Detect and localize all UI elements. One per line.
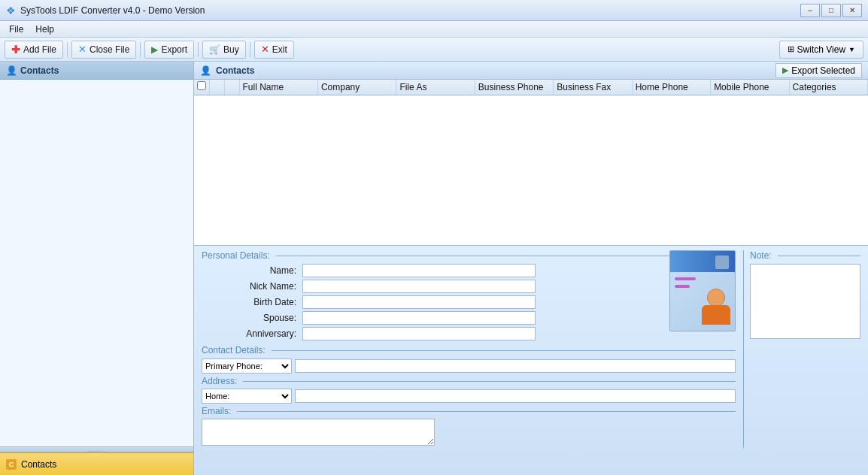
switch-view-label: Switch View <box>797 44 845 55</box>
col-mobile-phone[interactable]: Mobile Phone <box>711 80 789 95</box>
close-file-label: Close File <box>90 44 129 55</box>
buy-button[interactable]: 🛒 Buy <box>202 41 246 59</box>
sidebar-header: 👤 Contacts <box>0 62 193 80</box>
export-button[interactable]: ▶ Export <box>144 41 194 59</box>
exit-button[interactable]: ✕ Exit <box>254 41 294 59</box>
menu-file[interactable]: File <box>3 21 29 37</box>
sidebar-resize-handle[interactable]: ....... <box>0 446 193 452</box>
avatar-card-badge <box>715 256 729 269</box>
switch-view-button[interactable]: ⊞ Switch View ▼ <box>779 41 863 59</box>
sidebar-footer-icon: C <box>6 459 17 470</box>
person-figure <box>702 289 730 325</box>
avatar-card <box>669 250 736 331</box>
toolbar-separator-4 <box>250 42 250 57</box>
exit-icon: ✕ <box>261 44 269 55</box>
name-label: Name: <box>202 265 299 276</box>
buy-label: Buy <box>223 44 239 55</box>
col-checkbox[interactable] <box>194 80 209 95</box>
maximize-button[interactable]: □ <box>821 4 841 17</box>
details-panel: Personal Details: Name: Nick Name: Birth… <box>194 245 868 475</box>
toolbar: ✚ Add File ✕ Close File ▶ Export 🛒 Buy ✕… <box>0 38 868 62</box>
switch-view-icon: ⊞ <box>788 44 794 54</box>
contact-section-label: Contact Details: <box>202 345 266 355</box>
nick-name-input[interactable] <box>302 280 536 293</box>
col-icon <box>224 80 239 95</box>
note-textarea[interactable] <box>750 264 860 339</box>
phone-select[interactable]: Primary Phone: Home Phone: Business Phon… <box>202 359 292 374</box>
avatar-card-lines <box>675 277 696 288</box>
close-file-button[interactable]: ✕ Close File <box>71 41 136 59</box>
sidebar-contacts-icon: 👤 <box>6 65 17 76</box>
person-body <box>702 305 730 325</box>
main-layout: 👤 Contacts ....... C Contacts 👤 Contacts… <box>0 62 868 475</box>
address-row: Home: Business: Other: <box>202 389 736 404</box>
emails-section-label: Emails: <box>202 406 231 416</box>
emails-textarea[interactable] <box>202 419 435 446</box>
title-bar: ❖ SysTools LDIF Converter v4.0 - Demo Ve… <box>0 0 868 21</box>
add-file-icon: ✚ <box>11 44 20 56</box>
contact-section-header: Contact Details: <box>202 345 736 355</box>
table-header-row: Full Name Company File As Business Phone… <box>194 80 868 95</box>
birth-date-label: Birth Date: <box>202 297 299 307</box>
minimize-button[interactable]: – <box>800 4 820 17</box>
avatar-line-1 <box>675 277 696 280</box>
contacts-header: 👤 Contacts ▶ Export Selected <box>194 62 868 80</box>
sidebar-content <box>0 80 193 446</box>
app-icon: ❖ <box>6 5 16 17</box>
address-section: Address: Home: Business: Other: <box>202 376 736 404</box>
address-input[interactable] <box>295 389 736 403</box>
phone-row: Primary Phone: Home Phone: Business Phon… <box>202 359 736 374</box>
person-head <box>707 289 725 307</box>
close-button[interactable]: ✕ <box>842 4 862 17</box>
add-file-label: Add File <box>23 44 56 55</box>
toolbar-separator-2 <box>140 42 141 57</box>
personal-section-label: Personal Details: <box>202 250 270 261</box>
spouse-input[interactable] <box>302 311 536 325</box>
sidebar: 👤 Contacts ....... C Contacts <box>0 62 194 475</box>
export-icon: ▶ <box>151 44 158 55</box>
personal-details-grid: Name: Nick Name: Birth Date: Spouse: Ann… <box>202 264 736 340</box>
col-home-phone[interactable]: Home Phone <box>632 80 710 95</box>
address-section-label: Address: <box>202 376 237 386</box>
contacts-icon: 👤 <box>200 65 211 76</box>
col-categories[interactable]: Categories <box>789 80 867 95</box>
add-file-button[interactable]: ✚ Add File <box>5 41 63 59</box>
window-controls: – □ ✕ <box>800 4 862 17</box>
toolbar-separator-3 <box>198 42 199 57</box>
emails-section-header: Emails: <box>202 406 736 416</box>
sidebar-footer[interactable]: C Contacts <box>0 452 193 475</box>
contacts-table: Full Name Company File As Business Phone… <box>194 80 868 95</box>
close-file-icon: ✕ <box>78 44 86 55</box>
window-title: SysTools LDIF Converter v4.0 - Demo Vers… <box>20 5 800 16</box>
export-selected-label: Export Selected <box>791 65 855 76</box>
export-selected-button[interactable]: ▶ Export Selected <box>775 63 862 78</box>
birth-date-input[interactable] <box>302 295 536 309</box>
note-section-header: Note: <box>750 250 860 261</box>
avatar-line-2 <box>675 285 690 288</box>
col-business-fax[interactable]: Business Fax <box>554 80 632 95</box>
name-input[interactable] <box>302 264 536 277</box>
col-company[interactable]: Company <box>317 80 396 95</box>
note-section-label: Note: <box>750 250 772 261</box>
buy-icon: 🛒 <box>209 44 220 55</box>
right-panel: 👤 Contacts ▶ Export Selected Full Name C… <box>194 62 868 475</box>
emails-section: Emails: <box>202 406 736 448</box>
exit-label: Exit <box>272 44 287 55</box>
address-section-header: Address: <box>202 376 736 386</box>
menu-help[interactable]: Help <box>29 21 60 37</box>
col-file-as[interactable]: File As <box>396 80 475 95</box>
contacts-table-wrapper[interactable]: Full Name Company File As Business Phone… <box>194 80 868 245</box>
nick-name-label: Nick Name: <box>202 281 299 292</box>
sidebar-header-title: Contacts <box>20 65 59 76</box>
avatar-card-header <box>670 251 735 272</box>
col-business-phone[interactable]: Business Phone <box>475 80 553 95</box>
address-select[interactable]: Home: Business: Other: <box>202 389 292 404</box>
anniversary-input[interactable] <box>302 327 536 340</box>
phone-input[interactable] <box>295 359 736 373</box>
spouse-label: Spouse: <box>202 313 299 323</box>
anniversary-label: Anniversary: <box>202 328 299 339</box>
toolbar-separator-1 <box>67 42 68 57</box>
sidebar-footer-label: Contacts <box>21 459 56 470</box>
col-full-name[interactable]: Full Name <box>239 80 317 95</box>
note-col: Note: <box>743 250 860 448</box>
